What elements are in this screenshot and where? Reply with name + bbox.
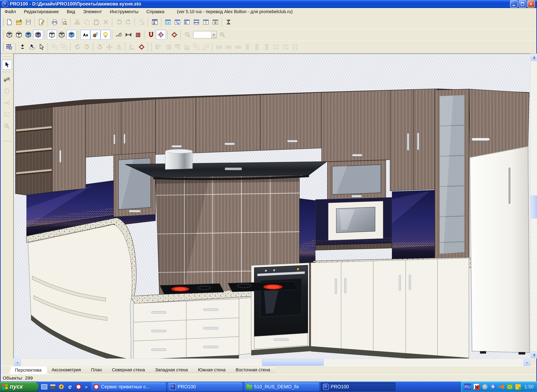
tab-perspective[interactable]: Перспектива (9, 366, 47, 374)
distribute-right-button (233, 42, 243, 52)
select-arrow-button[interactable] (37, 42, 46, 52)
hidden-line-view-button[interactable] (14, 30, 23, 39)
scroll-down-button[interactable]: ∨ (531, 351, 537, 358)
print-preview-button[interactable] (59, 17, 69, 27)
board-tool[interactable] (2, 75, 12, 84)
updates-icon[interactable]: ✓ (515, 384, 521, 390)
font-aa-button[interactable] (80, 30, 90, 40)
sketch-quality-button[interactable] (114, 30, 124, 39)
select-plus-minus-button[interactable] (18, 42, 27, 52)
select-pointer-tool[interactable] (2, 60, 12, 70)
print-button[interactable] (50, 17, 59, 27)
price-window-button[interactable] (211, 17, 220, 27)
download-master-icon[interactable] (490, 384, 496, 390)
properties-button[interactable] (37, 17, 46, 27)
materials-window-button[interactable] (163, 17, 173, 27)
title-bar[interactable]: ↑ PRO100 - D:\Дизайн\PRO100\Проекты\аким… (1, 0, 536, 8)
magnet-button[interactable] (146, 30, 156, 39)
opera-icon (93, 384, 99, 390)
preview-window-button[interactable] (173, 17, 182, 27)
kaspersky-icon[interactable]: K (474, 384, 480, 390)
scroll-up-button[interactable]: ∧ (531, 54, 537, 61)
horizontal-scrollbar[interactable]: ‹ › (14, 359, 531, 366)
speaker-icon[interactable] (482, 384, 488, 390)
task-pro100-1[interactable]: ↑ PRO100 (168, 382, 243, 391)
toolbar-standard (1, 15, 536, 29)
vertical-scrollbar[interactable]: ∧ ∨ (530, 54, 537, 359)
vertical-scroll-thumb[interactable] (531, 196, 537, 218)
close-button[interactable]: × (527, 0, 535, 8)
opera-icon[interactable] (75, 384, 82, 390)
distribute-middle-button (252, 42, 262, 52)
solid-view-button[interactable] (23, 30, 33, 39)
scroll-right-button[interactable]: › (523, 359, 530, 366)
menu-element[interactable]: Элемент (79, 9, 106, 14)
select-elements-button[interactable] (5, 42, 14, 52)
center-point-button[interactable] (137, 42, 146, 52)
new-button[interactable] (5, 17, 14, 27)
move-back-button (192, 42, 201, 52)
tab-north-wall[interactable]: Северная стена (106, 366, 151, 373)
objects-count: 299 (25, 375, 33, 381)
box-outline-button[interactable] (47, 30, 57, 40)
task-pro100-2[interactable]: ↑ PRO100 (321, 382, 396, 391)
chevron-overflow[interactable]: » (85, 384, 88, 390)
scroll-left-button[interactable]: ‹ (14, 359, 21, 366)
chevron-down-icon[interactable]: ▾ (211, 31, 216, 38)
toolbar-grip[interactable] (1, 42, 3, 51)
tab-plan[interactable]: План (85, 366, 108, 373)
paste-button (92, 17, 101, 27)
box-edges-button[interactable] (57, 30, 66, 39)
zoom-in-button (218, 30, 227, 39)
nvidia-icon[interactable] (507, 384, 513, 390)
box-solid-button[interactable] (66, 30, 77, 40)
sum-button[interactable] (224, 17, 233, 27)
center-view-button[interactable] (170, 30, 179, 39)
show-desktop-icon[interactable] (41, 384, 47, 390)
menu-bar: Файл Редактирование Вид Элемент Инструме… (1, 8, 536, 15)
system-tray: RU K ✓ 1:50 (461, 381, 537, 392)
dimensions-button[interactable] (124, 30, 133, 39)
menu-file[interactable]: Файл (1, 9, 20, 14)
wireframe-view-button[interactable] (5, 30, 14, 39)
main-area: ∧ ∨ ‹ › (1, 54, 537, 366)
tab-west-wall[interactable]: Западная стена (149, 366, 194, 373)
menu-tools[interactable]: Инструменты (106, 9, 142, 14)
winamp-icon[interactable] (58, 384, 65, 390)
textured-view-button[interactable] (33, 30, 43, 40)
toolbar-grip[interactable] (1, 17, 3, 27)
dimensions-window-button[interactable] (192, 17, 201, 27)
minimize-button[interactable] (510, 0, 518, 8)
restore-button[interactable] (519, 0, 526, 8)
start-button[interactable]: пуск (0, 382, 39, 392)
menu-view[interactable]: Вид (63, 9, 79, 14)
tab-east-wall[interactable]: Восточная стена (230, 366, 276, 373)
task-folder[interactable]: 510_RUS_DEMO_fix (244, 382, 319, 391)
hood-chimney (165, 151, 193, 169)
internet-explorer-icon[interactable]: e (67, 384, 73, 390)
tab-axonometry[interactable]: Аксонометрия (46, 366, 87, 373)
task-opera[interactable]: Сервис приватных с... (91, 382, 166, 391)
zoom-value-combo[interactable]: ▾ (193, 31, 217, 38)
tab-south-wall[interactable]: Южная стена (192, 366, 231, 373)
volume-icon[interactable] (498, 384, 504, 390)
element-list-button[interactable] (150, 17, 159, 27)
menu-help[interactable]: Справка (142, 9, 168, 14)
light-window-button[interactable] (201, 17, 211, 27)
language-indicator[interactable]: RU (464, 383, 472, 390)
fit-height-button (281, 42, 290, 52)
light-bulb-button[interactable] (100, 30, 111, 40)
horizontal-scroll-thumb[interactable] (262, 359, 324, 366)
viewport-3d[interactable] (14, 54, 531, 359)
open-button[interactable] (14, 17, 23, 27)
media-player-icon[interactable] (50, 384, 56, 390)
menu-edit[interactable]: Редактирование (20, 9, 63, 14)
select-rotate-button[interactable] (27, 42, 37, 52)
sphere-pin-button[interactable] (90, 30, 100, 40)
undo-button (114, 17, 124, 27)
toolbar-grip[interactable] (1, 31, 3, 39)
structure-window-button[interactable] (182, 17, 192, 27)
report-button (137, 17, 146, 27)
snap-cursor-button[interactable] (156, 30, 166, 40)
grid-button[interactable] (133, 30, 143, 39)
